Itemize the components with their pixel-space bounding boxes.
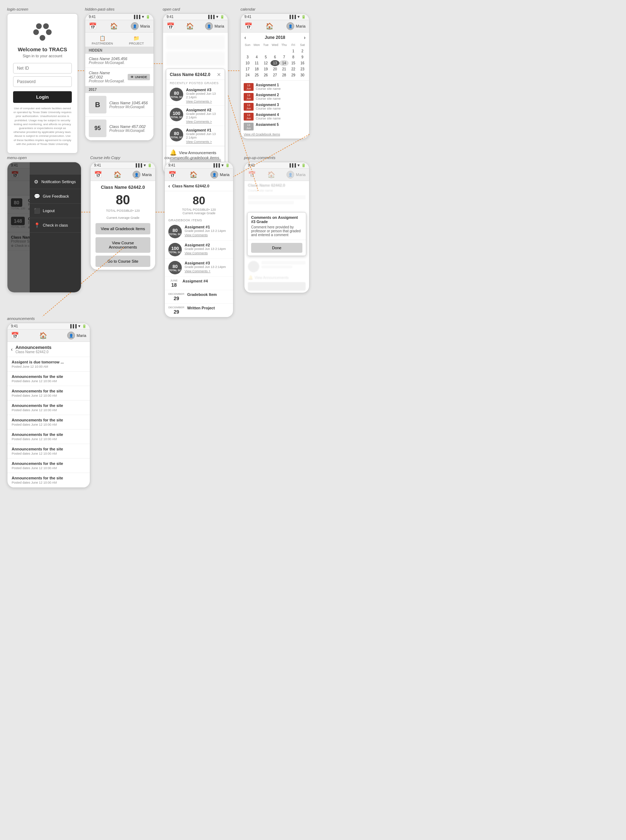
announcement-4[interactable]: Announcements for the site Posted dates …	[8, 401, 90, 415]
cal-icon-ci[interactable]: 📅	[94, 171, 102, 178]
cal-day-2[interactable]: 2	[298, 48, 307, 54]
cal-day-19[interactable]: 19	[261, 66, 271, 72]
announcement-6[interactable]: Announcements for the site Posted dates …	[8, 429, 90, 444]
cal-event-4: 13Jun Assignment 4 Course site name	[241, 112, 309, 122]
view-comments-3[interactable]: View Comments >	[186, 140, 221, 144]
blurred-line-4	[261, 265, 293, 269]
cal-day-7[interactable]: 7	[279, 54, 289, 60]
tab-past-hidden[interactable]: 📋 PAST/HIDDEN	[85, 33, 119, 47]
menu-item-notifications[interactable]: ⚙ Notification Settings	[30, 175, 81, 189]
back-header-gb: ‹ Class Name 62442.0	[165, 181, 233, 191]
announcement-5[interactable]: Announcements for the site Posted dates …	[8, 415, 90, 429]
user-avatar[interactable]: 👤 Maria	[131, 22, 150, 30]
next-month-arrow[interactable]: ›	[304, 34, 305, 40]
announcement-1[interactable]: Assigent is due tomorrow ... Posted June…	[8, 357, 90, 372]
cal-day-18[interactable]: 18	[252, 66, 261, 72]
cal-day-27[interactable]: 27	[271, 72, 280, 78]
net-id-input[interactable]	[13, 63, 72, 73]
grade-row-1: 80 TOTAL SC Assigment #3 Grade posted Ju…	[166, 86, 225, 106]
announcement-9[interactable]: Announcements for the site Posted dates …	[8, 473, 90, 487]
cal-day-20[interactable]: 20	[271, 66, 280, 72]
hidden-course-1-info: Class Name 1045.456 Professor McGonagall…	[89, 56, 150, 65]
cal-day-1[interactable]: 1	[289, 48, 298, 54]
popup-done-button[interactable]: Done	[251, 243, 302, 253]
announcement-2[interactable]: Announcements for the site Posted dates …	[8, 372, 90, 386]
cal-icon-ann[interactable]: 📅	[11, 332, 19, 339]
view-gradebook-btn[interactable]: View all Gradebook Items	[95, 223, 150, 234]
gb-assign-6: Written Project	[187, 306, 230, 310]
announcement-3[interactable]: Announcements for the site Posted dates …	[8, 386, 90, 401]
cal-day-23[interactable]: 23	[298, 66, 307, 72]
cal-day-15[interactable]: 15	[289, 60, 298, 66]
event-name-3: Assignment 3	[256, 103, 306, 107]
home-icon-oc[interactable]: 🏠	[186, 22, 194, 30]
menu-item-logout[interactable]: ⬛ Logout	[30, 204, 81, 218]
login-button[interactable]: Login	[13, 91, 72, 103]
cal-day-26[interactable]: 26	[261, 72, 271, 78]
cal-icon-cal[interactable]: 📅	[244, 22, 252, 30]
avatar-ci[interactable]: 👤 Maria	[133, 171, 152, 178]
home-icon-ci[interactable]: 🏠	[114, 171, 121, 178]
avatar-ann[interactable]: 👤 Maria	[67, 332, 86, 339]
gb-comments-1[interactable]: View Comments	[185, 233, 230, 237]
event-info-4: Assignment 4 Course site name	[256, 113, 306, 120]
view-announcements-text[interactable]: View Announcements	[179, 151, 216, 155]
cal-icon-oc[interactable]: 📅	[167, 22, 174, 30]
cal-day-10[interactable]: 10	[243, 60, 252, 66]
announcement-8[interactable]: Announcements for the site Posted dates …	[8, 459, 90, 473]
cal-day-29[interactable]: 29	[289, 72, 298, 78]
cal-day-30[interactable]: 30	[298, 72, 307, 78]
back-arrow-gb[interactable]: ‹	[168, 183, 170, 189]
cal-day-16[interactable]: 16	[298, 60, 307, 66]
tab-project[interactable]: 📁 PROJECT	[119, 33, 154, 47]
cal-day-4[interactable]: 4	[252, 54, 261, 60]
home-nav-icon[interactable]: 🏠	[110, 22, 118, 30]
home-icon-gb[interactable]: 🏠	[189, 171, 197, 178]
cal-day-9[interactable]: 9	[298, 54, 307, 60]
avatar-pp[interactable]: 👤 Maria	[286, 171, 305, 178]
home-icon-cal[interactable]: 🏠	[266, 22, 273, 30]
calendar-nav-icon[interactable]: 📅	[89, 22, 97, 30]
cal-day-3[interactable]: 3	[243, 54, 252, 60]
cal-day-11[interactable]: 11	[252, 60, 261, 66]
cal-day-8[interactable]: 8	[289, 54, 298, 60]
view-comments-2[interactable]: View Comments >	[186, 120, 221, 123]
menu-item-feedback[interactable]: 💬 Give Feedback	[30, 189, 81, 204]
cal-icon-pp[interactable]: 📅	[248, 171, 256, 178]
announcement-date-2: Posted dates June 12 10:00 AM	[12, 379, 86, 383]
unhide-button[interactable]: 👁 UNHIDE	[128, 74, 150, 80]
go-to-site-btn[interactable]: Go to Course Site	[95, 256, 150, 267]
view-all-gradebook-link[interactable]: View All Gradebook Items	[241, 131, 309, 137]
home-icon-ann[interactable]: 🏠	[39, 332, 47, 339]
cal-icon-gb[interactable]: 📅	[168, 171, 176, 178]
announcement-7[interactable]: Announcements for the site Posted dates …	[8, 444, 90, 459]
gb-circle-1: 80 TOTAL SC	[168, 225, 182, 238]
cal-day-6[interactable]: 6	[271, 54, 280, 60]
avatar-oc[interactable]: 👤 Maria	[205, 22, 224, 30]
cal-day-24[interactable]: 24	[243, 72, 252, 78]
gb-comments-2[interactable]: View Comments	[185, 251, 230, 255]
gb-comments-3[interactable]: View Comments +	[185, 269, 230, 273]
home-icon-pp[interactable]: 🏠	[268, 171, 275, 178]
cal-day-13-today[interactable]: 13	[271, 60, 280, 66]
cal-day-17[interactable]: 17	[243, 66, 252, 72]
prev-month-arrow[interactable]: ‹	[244, 34, 246, 40]
cal-day-21[interactable]: 21	[279, 66, 289, 72]
cal-day-empty-5	[279, 48, 289, 54]
avatar-gb[interactable]: 👤 Maria	[210, 171, 230, 178]
announcements-back-arrow[interactable]: ‹	[11, 347, 13, 352]
cal-day-28[interactable]: 28	[279, 72, 289, 78]
password-input[interactable]	[13, 77, 72, 87]
menu-item-checkin[interactable]: 📍 Check in class	[30, 218, 81, 233]
cal-day-22[interactable]: 22	[289, 66, 298, 72]
day-headers: Sun Mon Tue Wed Thu Fri Sat	[243, 42, 307, 47]
cal-day-12[interactable]: 12	[261, 60, 271, 66]
view-comments-1[interactable]: View Comments >	[186, 100, 221, 103]
view-announcements-btn[interactable]: View Course Announcements	[95, 237, 150, 253]
announcement-date-8: Posted dates June 12 10:00 AM	[12, 466, 86, 470]
cal-day-5[interactable]: 5	[261, 54, 271, 60]
cal-day-14[interactable]: 14	[279, 60, 289, 66]
avatar-cal[interactable]: 👤 Maria	[286, 22, 305, 30]
cal-day-25[interactable]: 25	[252, 72, 261, 78]
card-close-icon[interactable]: ✕	[217, 72, 221, 77]
